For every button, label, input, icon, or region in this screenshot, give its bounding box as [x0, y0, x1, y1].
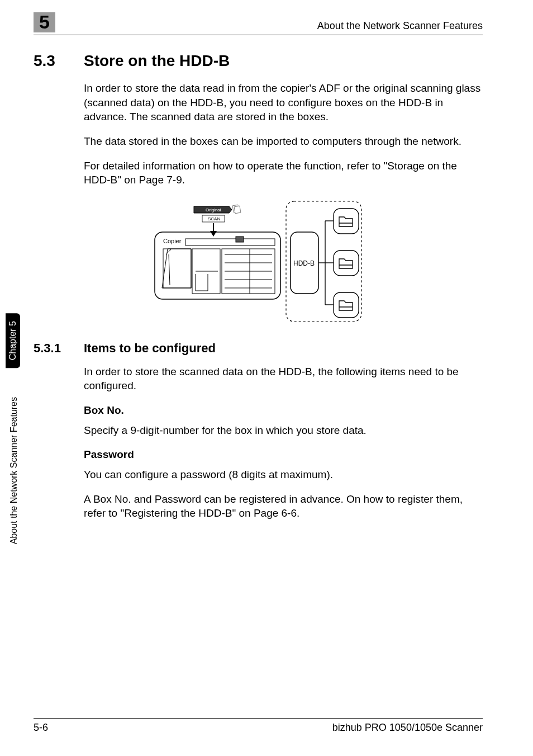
- down-arrowhead-icon: [210, 231, 217, 237]
- svg-rect-6: [236, 237, 244, 242]
- folder-icon-2: [334, 251, 359, 276]
- register-reference-text: A Box No. and Password can be registered…: [84, 492, 483, 521]
- running-header-title: About the Network Scanner Features: [317, 20, 483, 32]
- paragraph-reference: For detailed information on how to opera…: [84, 159, 483, 187]
- box-no-text: Specify a 9-digit-number for the box in …: [84, 423, 483, 438]
- footer-product-name: bizhub PRO 1050/1050e Scanner: [332, 722, 483, 734]
- svg-rect-3: [163, 249, 191, 288]
- subsection-body: In order to store the scanned data on th…: [84, 365, 483, 521]
- page-footer: 5-6 bizhub PRO 1050/1050e Scanner: [34, 718, 483, 734]
- section-heading: 5.3 Store on the HDD-B: [34, 52, 483, 70]
- footer-page-number: 5-6: [34, 722, 48, 734]
- page-header: 5 About the Network Scanner Features: [34, 17, 483, 35]
- copier-label: Copier: [163, 238, 182, 244]
- password-text: You can configure a password (8 digits a…: [84, 467, 483, 482]
- side-tab-chapter: Chapter 5: [6, 313, 20, 368]
- hddb-flow-diagram: Copier Original SCAN: [152, 199, 364, 324]
- paragraph-intro: In order to store the data read in from …: [84, 81, 483, 124]
- section-number: 5.3: [34, 52, 84, 70]
- original-label: Original: [206, 207, 221, 212]
- folder-icon-3: [334, 292, 359, 318]
- svg-rect-2: [185, 239, 275, 245]
- page-container: 5 About the Network Scanner Features 5.3…: [0, 0, 533, 756]
- box-no-heading: Box No.: [84, 403, 483, 418]
- subsection-title: Items to be configured: [84, 341, 216, 356]
- folder-icon-1: [334, 209, 359, 234]
- svg-rect-1: [234, 206, 241, 214]
- section-title: Store on the HDD-B: [84, 52, 230, 70]
- original-label-group: Original: [194, 205, 241, 214]
- scan-label: SCAN: [208, 216, 220, 221]
- body-text-block: In order to store the data read in from …: [84, 81, 483, 187]
- paragraph-import: The data stored in the boxes can be impo…: [84, 134, 483, 149]
- subsection-number: 5.3.1: [34, 341, 84, 356]
- hddb-label: HDD-B: [293, 259, 315, 267]
- diagram-container: Copier Original SCAN: [34, 199, 483, 324]
- side-label-chapter-title: About the Network Scanner Features: [8, 391, 20, 550]
- chapter-number-box: 5: [34, 12, 55, 32]
- subsection-heading: 5.3.1 Items to be configured: [34, 341, 483, 356]
- copier-machine-icon: [162, 237, 275, 294]
- password-heading: Password: [84, 447, 483, 462]
- subsection-intro: In order to store the scanned data on th…: [84, 365, 483, 393]
